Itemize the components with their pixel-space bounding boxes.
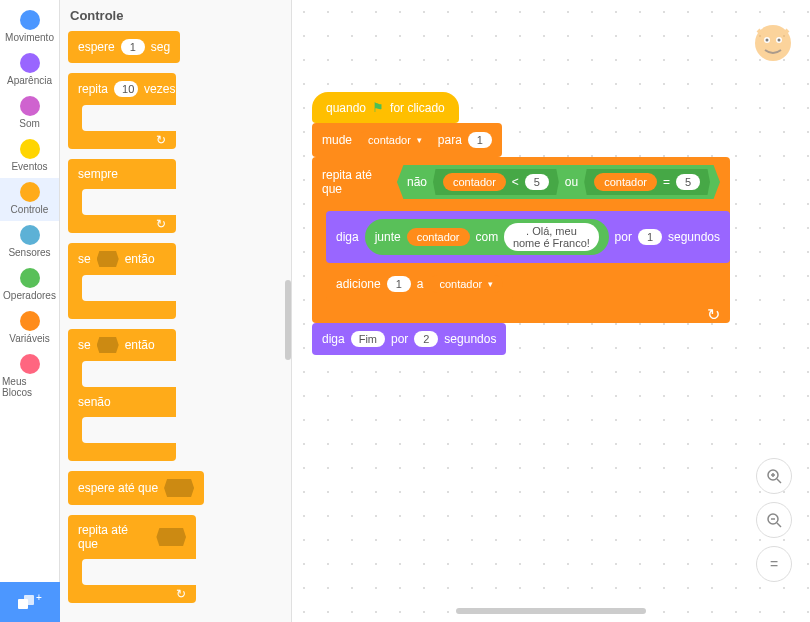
op-not[interactable]: não contador < 5 ou contador = 5 xyxy=(397,165,720,199)
block-say-for-secs[interactable]: diga junte contador com . Olá, meu nome … xyxy=(326,211,730,263)
var-dropdown[interactable]: contador xyxy=(429,275,503,293)
sprite-watermark-icon xyxy=(750,20,796,66)
cat-sensores[interactable]: Sensores xyxy=(0,221,59,264)
block-forever[interactable]: sempre ↻ xyxy=(68,159,176,233)
cat-operadores[interactable]: Operadores xyxy=(0,264,59,307)
block-repeat[interactable]: repita10vezes ↻ xyxy=(68,73,176,149)
cat-eventos[interactable]: Eventos xyxy=(0,135,59,178)
cat-som[interactable]: Som xyxy=(0,92,59,135)
script-stack[interactable]: quando ⚑ for clicado mude contador para … xyxy=(312,92,730,355)
workspace[interactable]: quando ⚑ for clicado mude contador para … xyxy=(292,0,810,622)
loop-arrow-icon: ↻ xyxy=(707,305,720,324)
cat-controle[interactable]: Controle xyxy=(0,178,59,221)
op-lt[interactable]: contador < 5 xyxy=(433,169,559,195)
zoom-out-button[interactable] xyxy=(756,502,792,538)
var-dropdown[interactable]: contador xyxy=(358,131,432,149)
zoom-reset-button[interactable]: = xyxy=(756,546,792,582)
add-extension-button[interactable]: + xyxy=(0,582,60,622)
cat-movimento[interactable]: Movimento xyxy=(0,6,59,49)
block-repeat-until-instance[interactable]: repita até que não contador < 5 ou conta… xyxy=(312,157,730,323)
svg-line-9 xyxy=(777,479,781,483)
svg-rect-1 xyxy=(24,595,34,605)
block-when-flag-clicked[interactable]: quando ⚑ for clicado xyxy=(312,92,459,123)
op-join[interactable]: junte contador com . Olá, meu nome é Fra… xyxy=(365,219,609,255)
svg-line-13 xyxy=(777,523,781,527)
op-eq[interactable]: contador = 5 xyxy=(584,169,710,195)
palette-header: Controle xyxy=(70,8,291,23)
cat-meusblocos[interactable]: Meus Blocos xyxy=(0,350,59,404)
block-ifelse[interactable]: seentão senão xyxy=(68,329,176,461)
zoom-controls: = xyxy=(756,458,792,582)
svg-text:+: + xyxy=(36,593,42,603)
block-palette[interactable]: Controle espere1seg repita10vezes ↻ semp… xyxy=(60,0,292,622)
block-wait-until[interactable]: espere até que xyxy=(68,471,204,505)
loop-arrow-icon: ↻ xyxy=(156,133,166,147)
zoom-in-button[interactable] xyxy=(756,458,792,494)
workspace-scrollbar[interactable] xyxy=(456,608,646,614)
block-set-var[interactable]: mude contador para 1 xyxy=(312,123,502,157)
green-flag-icon: ⚑ xyxy=(372,100,384,115)
cat-aparencia[interactable]: Aparência xyxy=(0,49,59,92)
block-change-var[interactable]: adicione 1 a contador xyxy=(326,267,513,301)
svg-point-6 xyxy=(766,39,769,42)
palette-scrollbar[interactable] xyxy=(285,280,291,360)
svg-point-7 xyxy=(778,39,781,42)
block-say-for-secs-end[interactable]: diga Fim por 2 segundos xyxy=(312,323,506,355)
block-wait[interactable]: espere1seg xyxy=(68,31,180,63)
category-sidebar: Movimento Aparência Som Eventos Controle… xyxy=(0,0,60,622)
block-repeat-until[interactable]: repita até que ↻ xyxy=(68,515,196,603)
loop-arrow-icon: ↻ xyxy=(156,217,166,231)
block-if[interactable]: seentão xyxy=(68,243,176,319)
cat-variaveis[interactable]: Variáveis xyxy=(0,307,59,350)
loop-arrow-icon: ↻ xyxy=(176,587,186,601)
